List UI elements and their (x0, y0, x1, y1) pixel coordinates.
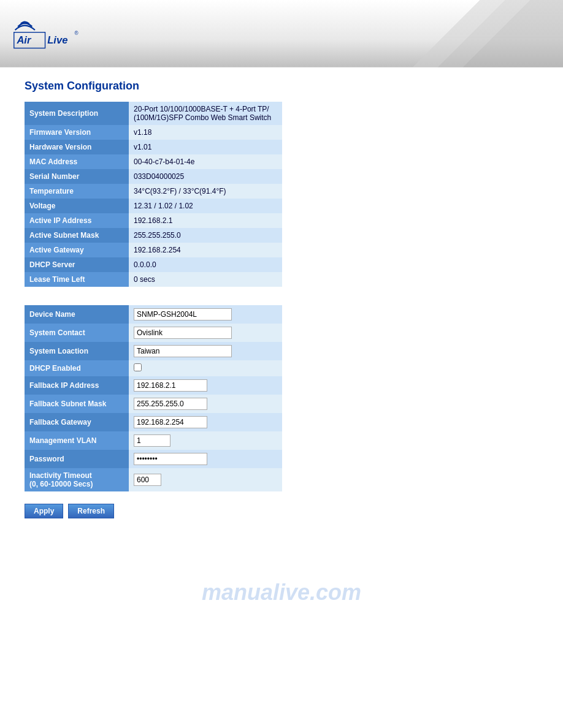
config-table-row: Fallback IP Address (25, 376, 282, 395)
info-table-row: Hardware Versionv1.01 (25, 140, 282, 154)
config-field-cell (129, 342, 282, 360)
config-table-row: Management VLAN (25, 431, 282, 450)
input-fallback_ip[interactable] (134, 379, 207, 392)
info-value: 255.255.255.0 (129, 228, 282, 243)
info-label: Active Subnet Mask (25, 228, 129, 243)
info-value: 00-40-c7-b4-01-4e (129, 154, 282, 169)
config-label: Fallback Subnet Mask (25, 395, 129, 413)
info-value: 033D04000025 (129, 169, 282, 184)
config-label: Password (25, 450, 129, 468)
config-table-row: System Loaction (25, 342, 282, 360)
info-label: Temperature (25, 184, 129, 199)
info-table-row: DHCP Server0.0.0.0 (25, 257, 282, 272)
info-table-row: Active Gateway192.168.2.254 (25, 243, 282, 257)
info-table-row: System Description20-Port 10/100/1000BAS… (25, 102, 282, 125)
config-label: Fallback Gateway (25, 413, 129, 431)
info-table-row: Temperature34°C(93.2°F) / 33°C(91.4°F) (25, 184, 282, 199)
info-table-row: Voltage12.31 / 1.02 / 1.02 (25, 199, 282, 213)
config-table-row: Fallback Gateway (25, 413, 282, 431)
config-label: System Loaction (25, 342, 129, 360)
info-table-row: Firmware Versionv1.18 (25, 125, 282, 140)
config-table-row: System Contact (25, 324, 282, 342)
info-value: v1.18 (129, 125, 282, 140)
header-stripe (379, 0, 563, 67)
info-value: 34°C(93.2°F) / 33°C(91.4°F) (129, 184, 282, 199)
main-content: System Configuration System Description2… (0, 67, 563, 531)
config-field-cell (129, 395, 282, 413)
input-inactivity_timeout[interactable] (134, 474, 161, 486)
svg-text:Live: Live (47, 34, 67, 46)
page-header: Air Live ® (0, 0, 563, 67)
info-table: System Description20-Port 10/100/1000BAS… (25, 102, 282, 287)
config-field-cell (129, 376, 282, 395)
input-password[interactable] (134, 453, 207, 465)
info-label: Active IP Address (25, 213, 129, 228)
svg-text:Air: Air (16, 34, 32, 46)
config-table-row: Fallback Subnet Mask (25, 395, 282, 413)
config-field-cell (129, 324, 282, 342)
config-table-row: Inactivity Timeout(0, 60-10000 Secs) (25, 468, 282, 491)
input-dhcp_enabled[interactable] (134, 363, 142, 371)
info-value: 12.31 / 1.02 / 1.02 (129, 199, 282, 213)
info-table-row: MAC Address00-40-c7-b4-01-4e (25, 154, 282, 169)
info-table-row: Active Subnet Mask255.255.255.0 (25, 228, 282, 243)
info-value: 0.0.0.0 (129, 257, 282, 272)
info-label: System Description (25, 102, 129, 125)
input-system_contact[interactable] (134, 327, 232, 339)
info-value: 0 secs (129, 272, 282, 287)
info-label: Voltage (25, 199, 129, 213)
config-field-cell (129, 431, 282, 450)
info-value: v1.01 (129, 140, 282, 154)
config-label: Management VLAN (25, 431, 129, 450)
config-label: Device Name (25, 305, 129, 324)
info-value: 20-Port 10/100/1000BASE-T + 4-Port TP/ (… (129, 102, 282, 125)
info-table-row: Serial Number033D04000025 (25, 169, 282, 184)
config-field-cell (129, 450, 282, 468)
info-table-row: Lease Time Left0 secs (25, 272, 282, 287)
page-title: System Configuration (25, 80, 538, 93)
config-field-cell (129, 468, 282, 491)
config-table: Device NameSystem ContactSystem Loaction… (25, 305, 282, 491)
info-label: Serial Number (25, 169, 129, 184)
input-device_name[interactable] (134, 308, 232, 320)
config-table-row: DHCP Enabled (25, 360, 282, 376)
info-label: Lease Time Left (25, 272, 129, 287)
info-label: Active Gateway (25, 243, 129, 257)
config-label: Fallback IP Address (25, 376, 129, 395)
input-system_location[interactable] (134, 345, 232, 357)
svg-text:®: ® (75, 30, 79, 36)
config-field-cell (129, 360, 282, 376)
info-label: Firmware Version (25, 125, 129, 140)
config-label: System Contact (25, 324, 129, 342)
config-table-row: Password (25, 450, 282, 468)
info-value: 192.168.2.254 (129, 243, 282, 257)
config-label: Inactivity Timeout(0, 60-10000 Secs) (25, 468, 129, 491)
apply-button[interactable]: Apply (25, 504, 63, 518)
airlive-logo: Air Live ® (12, 15, 86, 52)
config-field-cell (129, 305, 282, 324)
input-fallback_gateway[interactable] (134, 416, 207, 428)
config-field-cell (129, 413, 282, 431)
refresh-button[interactable]: Refresh (68, 504, 114, 518)
button-row: Apply Refresh (25, 504, 538, 518)
input-mgmt_vlan[interactable] (134, 434, 170, 447)
info-label: Hardware Version (25, 140, 129, 154)
config-table-row: Device Name (25, 305, 282, 324)
info-value: 192.168.2.1 (129, 213, 282, 228)
info-table-row: Active IP Address192.168.2.1 (25, 213, 282, 228)
input-fallback_subnet[interactable] (134, 398, 207, 410)
config-label: DHCP Enabled (25, 360, 129, 376)
info-label: MAC Address (25, 154, 129, 169)
info-label: DHCP Server (25, 257, 129, 272)
